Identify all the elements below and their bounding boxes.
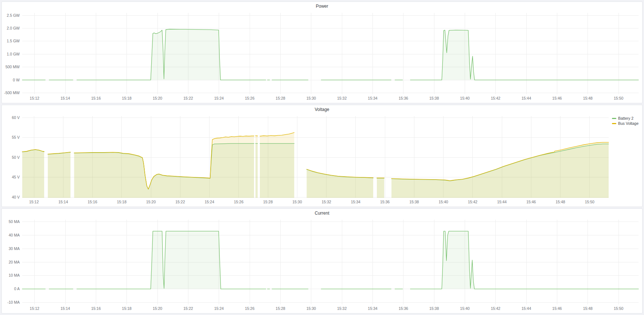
x-tick-label: 15:30 (307, 306, 316, 311)
series-area (77, 231, 266, 289)
x-tick-label: 15:42 (491, 96, 500, 100)
panel-title-current[interactable]: Current (2, 209, 642, 218)
x-tick-label: 15:18 (122, 306, 132, 311)
voltage-legend: Battery 2 Bus Voltage (612, 116, 639, 126)
x-tick-label: 15:28 (276, 96, 285, 100)
x-tick-label: 15:20 (153, 306, 162, 311)
series-area (74, 136, 254, 198)
power-chart[interactable]: 15:1215:1415:1615:1815:2015:2215:2415:26… (2, 2, 642, 103)
series-area (391, 142, 609, 198)
y-tick-label: 1.5 GW (7, 39, 20, 43)
x-tick-label: 15:26 (245, 306, 254, 311)
x-tick-label: 15:46 (526, 200, 536, 204)
y-tick-label: 45 V (12, 175, 20, 179)
x-tick-label: 15:20 (146, 200, 156, 204)
panel-title-voltage[interactable]: Voltage (2, 105, 642, 115)
x-tick-label: 15:18 (122, 96, 132, 100)
x-tick-label: 15:38 (409, 200, 419, 204)
bus-voltage-swatch-icon (612, 123, 616, 124)
x-tick-label: 15:36 (380, 200, 390, 204)
x-tick-label: 15:32 (337, 306, 347, 311)
x-tick-label: 15:46 (552, 96, 562, 100)
x-tick-label: 15:48 (555, 200, 565, 204)
x-tick-label: 15:44 (522, 306, 531, 311)
x-tick-label: 15:26 (234, 200, 243, 204)
x-tick-label: 15:24 (204, 200, 214, 204)
y-tick-label: 2.5 GW (7, 13, 20, 18)
x-tick-label: 15:26 (245, 96, 254, 100)
x-tick-label: 15:20 (153, 96, 162, 100)
legend-item-bus-voltage[interactable]: Bus Voltage (612, 122, 639, 126)
x-tick-label: 15:30 (307, 96, 316, 100)
x-tick-label: 15:34 (351, 200, 360, 204)
panel-power: Power 15:1215:1415:1615:1815:2015:2215:2… (1, 1, 643, 103)
x-tick-label: 15:34 (368, 306, 377, 311)
x-tick-label: 15:34 (368, 96, 377, 100)
x-tick-label: 15:46 (552, 306, 562, 311)
series-area (77, 29, 266, 80)
y-tick-label: 40 MA (9, 233, 20, 237)
current-chart-svg[interactable]: 15:1215:1415:1615:1815:2015:2215:2415:26… (2, 209, 642, 313)
x-tick-label: 15:44 (522, 96, 531, 100)
x-tick-label: 15:24 (214, 306, 224, 311)
x-tick-label: 15:28 (276, 306, 285, 311)
x-tick-label: 15:40 (460, 96, 469, 100)
x-tick-label: 15:38 (429, 96, 439, 100)
y-tick-label: 60 V (12, 115, 20, 120)
x-tick-label: 15:32 (321, 200, 331, 204)
dashboard: Power 15:1215:1415:1615:1815:2015:2215:2… (0, 0, 644, 315)
y-tick-label: 1.0 GW (7, 52, 20, 56)
x-tick-label: 15:50 (614, 96, 623, 100)
x-tick-label: 15:14 (61, 96, 70, 100)
y-tick-label: 20 MA (9, 260, 20, 264)
current-chart[interactable]: 15:1215:1415:1615:1815:2015:2215:2415:26… (2, 209, 642, 313)
x-tick-label: 15:44 (497, 200, 507, 204)
x-tick-label: 15:32 (337, 96, 347, 100)
x-tick-label: 15:42 (491, 306, 500, 311)
y-tick-label: 50 V (12, 155, 20, 160)
y-tick-label: 10 MA (9, 273, 20, 277)
legend-label-battery-2: Battery 2 (618, 116, 633, 120)
x-tick-label: 15:22 (183, 96, 193, 100)
x-tick-label: 15:40 (438, 200, 448, 204)
y-tick-label: -500 MW (4, 91, 20, 95)
x-tick-label: 15:12 (29, 200, 39, 204)
legend-item-battery-2[interactable]: Battery 2 (612, 116, 633, 120)
y-tick-label: 500 MW (5, 65, 20, 69)
y-tick-label: 50 MA (9, 219, 20, 224)
x-tick-label: 15:50 (585, 200, 594, 204)
voltage-chart-svg[interactable]: 15:1215:1415:1615:1815:2015:2215:2415:26… (2, 105, 642, 207)
x-tick-label: 15:36 (399, 306, 408, 311)
x-tick-label: 15:18 (117, 200, 126, 204)
series-area (377, 178, 384, 198)
x-tick-label: 15:12 (30, 96, 39, 100)
x-tick-label: 15:16 (91, 96, 101, 100)
panel-title-power[interactable]: Power (2, 2, 642, 11)
series-area (260, 132, 294, 198)
series-area (48, 152, 70, 198)
x-tick-label: 15:38 (429, 306, 439, 311)
x-tick-label: 15:28 (263, 200, 273, 204)
series-area (22, 150, 44, 198)
x-tick-label: 15:14 (61, 306, 70, 311)
series-area (410, 231, 639, 289)
x-tick-label: 15:40 (460, 306, 469, 311)
x-tick-label: 15:12 (30, 306, 39, 311)
x-tick-label: 15:50 (614, 306, 623, 311)
x-tick-label: 15:36 (399, 96, 408, 100)
series-area (255, 136, 258, 198)
legend-label-bus-voltage: Bus Voltage (618, 122, 639, 126)
voltage-chart[interactable]: 15:1215:1415:1615:1815:2015:2215:2415:26… (2, 105, 642, 207)
x-tick-label: 15:16 (87, 200, 97, 204)
y-tick-label: -10 MA (7, 300, 20, 304)
y-tick-label: 0 W (13, 78, 20, 82)
power-chart-svg[interactable]: 15:1215:1415:1615:1815:2015:2215:2415:26… (2, 2, 642, 103)
y-tick-label: 40 V (12, 195, 20, 199)
x-tick-label: 15:48 (583, 96, 593, 100)
x-tick-label: 15:22 (183, 306, 193, 311)
y-tick-label: 55 V (12, 135, 20, 139)
x-tick-label: 15:30 (292, 200, 302, 204)
series-area (307, 169, 373, 198)
x-tick-label: 15:42 (468, 200, 477, 204)
x-tick-label: 15:48 (583, 306, 593, 311)
